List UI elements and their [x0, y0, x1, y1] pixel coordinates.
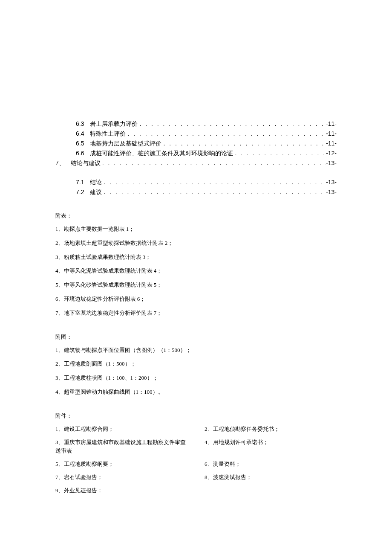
- toc-page: -11-: [326, 119, 337, 128]
- toc-title: 岩土层承载力评价: [90, 119, 138, 128]
- list-item: 3、重庆市房屋建筑和市政基础设施工程勘察文件审查送审表: [55, 438, 187, 456]
- list-item: 5、中等风化砂岩试验成果数理统计附表 5；: [55, 281, 337, 290]
- toc-page: -12-: [326, 149, 337, 158]
- section-heading: 附件：: [55, 412, 337, 420]
- list-item: 2、工程地质剖面图（1：500）；: [55, 360, 337, 369]
- toc-page: -13-: [326, 178, 337, 187]
- toc-number: 7、: [55, 159, 65, 168]
- toc-number: 7.1: [76, 178, 84, 187]
- toc-entry: 6.6 成桩可能性评价、桩的施工条件及其对环境影响的论证 -12-: [55, 149, 337, 158]
- section-heading: 附表：: [55, 212, 337, 220]
- toc-leader: [102, 178, 326, 187]
- toc-title: 地基持力层及基础型式评价: [90, 139, 161, 148]
- toc-page: -11-: [326, 139, 337, 148]
- list-item: 1、勘探点主要数据一览附表 1；: [55, 225, 337, 234]
- list-item: 7、岩石试验报告；: [55, 473, 187, 482]
- list-item: 8、波速测试报告；: [205, 473, 337, 482]
- toc-leader: [102, 188, 326, 197]
- toc-title: 结论与建议: [71, 159, 101, 168]
- list-item: 6、测量资料；: [205, 460, 337, 469]
- list-item: 4、中等风化泥岩试验成果数理统计附表 4；: [55, 267, 337, 276]
- toc-number: 6.3: [76, 119, 84, 128]
- toc-leader: [126, 129, 326, 138]
- toc-leader: [101, 159, 326, 168]
- toc-leader: [233, 149, 326, 158]
- toc-entry: 6.4 特殊性土评价 -11-: [55, 129, 337, 138]
- toc-entry: 6.3 岩土层承载力评价 -11-: [55, 119, 337, 128]
- toc-title: 结论: [90, 178, 102, 187]
- toc-leader: [161, 139, 326, 148]
- list-item: 2、工程地侦勘察任务委托书；: [205, 425, 337, 434]
- toc-number: 6.5: [76, 139, 84, 148]
- list-item: 2、场地素填土超重型动探试验数据统计附表 2；: [55, 239, 337, 248]
- toc-leader: [138, 119, 326, 128]
- list-item: 4、超重型圆锥动力触探曲线图（1：100）。: [55, 388, 337, 397]
- list-item: 4、用地规划许可承诺书；: [205, 438, 337, 456]
- toc-entry: 7.2 建议 -13-: [55, 188, 337, 197]
- list-item: 9、外业见证报告；: [55, 486, 187, 495]
- appendix-attachments-section: 附件： 1、建设工程勘察合同； 2、工程地侦勘察任务委托书； 3、重庆市房屋建筑…: [55, 412, 337, 500]
- toc-spacer: [55, 169, 337, 178]
- toc-page: -11-: [326, 129, 337, 138]
- toc-page: -13-: [326, 159, 337, 168]
- toc-title: 成桩可能性评价、桩的施工条件及其对环境影响的论证: [90, 149, 233, 158]
- list-item: 3、粉质粘土试验成果数理统计附表 3；: [55, 253, 337, 262]
- appendix-figures-section: 附图： 1、建筑物与勘探点平面位置图（含图例）（1：500）； 2、工程地质剖面…: [55, 333, 337, 397]
- appendix-tables-section: 附表： 1、勘探点主要数据一览附表 1； 2、场地素填土超重型动探试验数据统计附…: [55, 212, 337, 318]
- list-item: 7、地下室基坑边坡稳定性分析评价附表 7；: [55, 309, 337, 318]
- toc-page: -13-: [326, 188, 337, 197]
- list-item: 1、建设工程勘察合同；: [55, 425, 187, 434]
- section-heading: 附图：: [55, 333, 337, 341]
- list-item: 1、建筑物与勘探点平面位置图（含图例）（1：500）；: [55, 346, 337, 355]
- toc-number: 6.6: [76, 149, 84, 158]
- list-item: 5、工程地质勘察纲要；: [55, 460, 187, 469]
- toc-title: 特殊性土评价: [90, 129, 126, 138]
- toc-number: 6.4: [76, 129, 84, 138]
- toc-number: 7.2: [76, 188, 84, 197]
- attachments-grid: 1、建设工程勘察合同； 2、工程地侦勘察任务委托书； 3、重庆市房屋建筑和市政基…: [55, 425, 337, 500]
- list-item: 3、工程地质柱状图（1：100、1：200）；: [55, 374, 337, 383]
- toc-entry: 7、 结论与建议 -13-: [55, 159, 337, 168]
- list-item: 6、环境边坡稳定性分析评价附表 6；: [55, 295, 337, 304]
- toc-entry: 7.1 结论 -13-: [55, 178, 337, 187]
- toc-title: 建议: [90, 188, 102, 197]
- table-of-contents: 6.3 岩土层承载力评价 -11- 6.4 特殊性土评价 -11- 6.5 地基…: [55, 119, 337, 197]
- toc-entry: 6.5 地基持力层及基础型式评价 -11-: [55, 139, 337, 148]
